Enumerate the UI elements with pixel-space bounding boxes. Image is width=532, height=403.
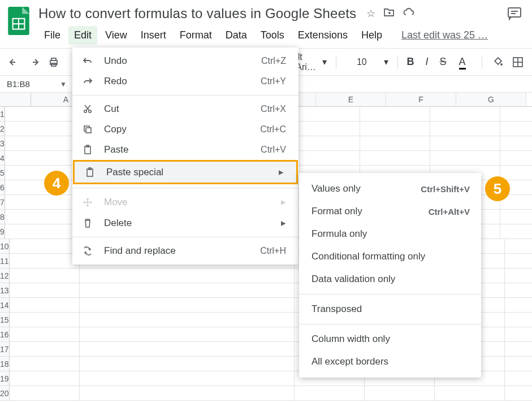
cell[interactable] bbox=[80, 327, 295, 342]
row-header[interactable]: 1 bbox=[0, 107, 5, 122]
cell[interactable] bbox=[500, 210, 532, 224]
cell[interactable] bbox=[430, 151, 500, 166]
cell[interactable] bbox=[505, 313, 532, 327]
row-header[interactable]: 9 bbox=[0, 224, 5, 239]
cell[interactable] bbox=[10, 254, 80, 268]
cell[interactable] bbox=[430, 122, 500, 136]
cell[interactable] bbox=[360, 151, 430, 166]
cell[interactable] bbox=[295, 386, 365, 401]
sheets-logo[interactable] bbox=[7, 6, 31, 36]
menu-find-replace[interactable]: Find and replace Ctrl+H bbox=[72, 241, 299, 261]
cell[interactable] bbox=[10, 268, 80, 283]
cell[interactable] bbox=[290, 151, 360, 166]
row-header[interactable]: 12 bbox=[0, 268, 10, 283]
menu-redo[interactable]: Redo Ctrl+Y bbox=[72, 71, 299, 92]
menu-help[interactable]: Help bbox=[356, 26, 388, 45]
cell[interactable] bbox=[10, 342, 80, 357]
submenu-values-only[interactable]: Values only Ctrl+Shift+V bbox=[299, 177, 481, 200]
col-header[interactable]: E bbox=[316, 93, 386, 106]
name-box-dropdown-icon[interactable]: ▼ bbox=[60, 80, 67, 88]
row-header[interactable]: 11 bbox=[0, 254, 10, 268]
document-title[interactable]: How to convert formulas to values in Goo… bbox=[38, 6, 356, 21]
submenu-formula-only[interactable]: Formula only bbox=[299, 223, 481, 245]
redo-button[interactable] bbox=[27, 53, 41, 71]
cell[interactable] bbox=[5, 136, 75, 151]
row-header[interactable]: 18 bbox=[0, 357, 10, 371]
cell[interactable] bbox=[80, 283, 295, 298]
cell[interactable] bbox=[290, 122, 360, 136]
cell[interactable] bbox=[430, 136, 500, 151]
italic-button[interactable]: I bbox=[426, 56, 429, 68]
strikethrough-button[interactable]: S bbox=[440, 56, 447, 68]
menu-tools[interactable]: Tools bbox=[255, 26, 290, 45]
cell[interactable] bbox=[500, 224, 532, 239]
menu-format[interactable]: Format bbox=[174, 26, 218, 45]
cell[interactable] bbox=[80, 298, 295, 313]
cell[interactable] bbox=[505, 239, 532, 254]
cell[interactable] bbox=[290, 107, 360, 122]
cell[interactable] bbox=[500, 122, 532, 136]
cell[interactable] bbox=[5, 151, 75, 166]
cell[interactable] bbox=[505, 342, 532, 357]
cell[interactable] bbox=[10, 283, 80, 298]
cell[interactable] bbox=[10, 357, 80, 371]
cell[interactable] bbox=[505, 283, 532, 298]
row-header[interactable]: 10 bbox=[0, 239, 10, 254]
cell[interactable] bbox=[5, 210, 75, 224]
col-header[interactable]: F bbox=[386, 93, 456, 106]
star-icon[interactable]: ☆ bbox=[366, 7, 375, 20]
font-size-select[interactable]: 10 ▾ bbox=[357, 57, 388, 67]
row-header[interactable]: 4 bbox=[0, 151, 5, 166]
text-color-button[interactable]: A bbox=[459, 56, 466, 68]
move-folder-icon[interactable] bbox=[383, 7, 395, 20]
cell[interactable] bbox=[360, 136, 430, 151]
submenu-all-except-borders[interactable]: All except borders bbox=[299, 350, 481, 373]
cell[interactable] bbox=[10, 313, 80, 327]
cell[interactable] bbox=[360, 107, 430, 122]
name-box[interactable]: B1:B8 bbox=[3, 77, 60, 91]
menu-copy[interactable]: Copy Ctrl+C bbox=[72, 119, 299, 140]
fill-color-button[interactable] bbox=[491, 53, 505, 71]
undo-button[interactable] bbox=[7, 53, 21, 71]
cell[interactable] bbox=[505, 254, 532, 268]
comments-icon[interactable] bbox=[507, 7, 522, 20]
cloud-status-icon[interactable] bbox=[403, 7, 415, 20]
cell[interactable] bbox=[500, 166, 532, 180]
print-button[interactable] bbox=[47, 53, 61, 71]
cell[interactable] bbox=[505, 371, 532, 386]
cell[interactable] bbox=[5, 224, 75, 239]
cell[interactable] bbox=[365, 386, 435, 401]
row-header[interactable]: 2 bbox=[0, 122, 5, 136]
menu-insert[interactable]: Insert bbox=[135, 26, 172, 45]
row-header[interactable]: 5 bbox=[0, 166, 5, 180]
cell[interactable] bbox=[5, 122, 75, 136]
cell[interactable] bbox=[500, 151, 532, 166]
cell[interactable] bbox=[505, 386, 532, 401]
row-header[interactable]: 17 bbox=[0, 342, 10, 357]
cell[interactable] bbox=[10, 239, 80, 254]
row-header[interactable]: 6 bbox=[0, 180, 5, 195]
cell[interactable] bbox=[80, 371, 295, 386]
cell[interactable] bbox=[505, 268, 532, 283]
row-header[interactable]: 19 bbox=[0, 371, 10, 386]
row-header[interactable]: 7 bbox=[0, 195, 5, 210]
cell[interactable] bbox=[10, 298, 80, 313]
row-header[interactable]: 13 bbox=[0, 283, 10, 298]
cell[interactable] bbox=[500, 107, 532, 122]
row-header[interactable]: 3 bbox=[0, 136, 5, 151]
menu-view[interactable]: View bbox=[100, 26, 133, 45]
menu-extensions[interactable]: Extensions bbox=[292, 26, 353, 45]
last-edit-link[interactable]: Last edit was 25 … bbox=[401, 29, 488, 41]
menu-edit[interactable]: Edit bbox=[68, 26, 97, 45]
cell[interactable] bbox=[10, 386, 80, 401]
cell[interactable] bbox=[505, 327, 532, 342]
menu-cut[interactable]: Cut Ctrl+X bbox=[72, 99, 299, 119]
menu-file[interactable]: File bbox=[38, 26, 66, 45]
cell[interactable] bbox=[360, 122, 430, 136]
cell[interactable] bbox=[80, 386, 295, 401]
row-header[interactable]: 15 bbox=[0, 313, 10, 327]
cell[interactable] bbox=[500, 136, 532, 151]
menu-data[interactable]: Data bbox=[220, 26, 253, 45]
cell[interactable] bbox=[5, 195, 75, 210]
cell[interactable] bbox=[290, 136, 360, 151]
